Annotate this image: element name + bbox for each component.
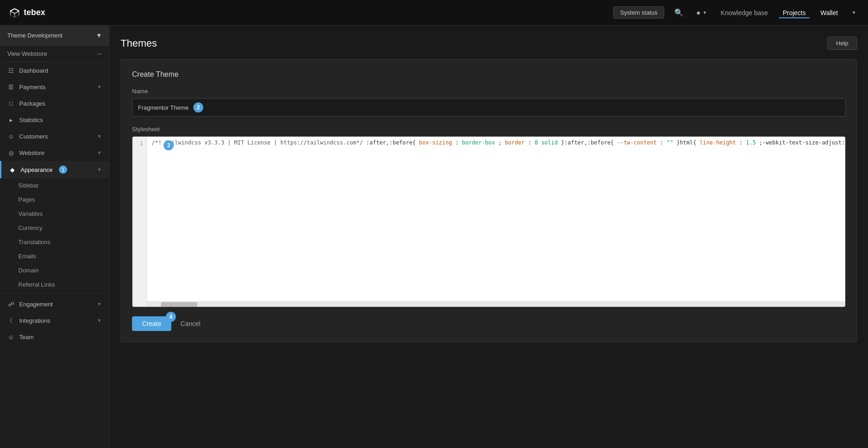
create-theme-card: Create Theme Name Fragmentor Theme 2 Sty… <box>121 59 857 342</box>
logo: tebex <box>9 7 45 18</box>
css-close2: }html{ <box>677 139 696 146</box>
project-selector[interactable]: Theme Development ▼ <box>0 26 109 46</box>
create-step-badge: 4 <box>166 312 176 322</box>
line-number-1: 1 <box>136 139 143 148</box>
sidebar-item-currency[interactable]: Currency <box>0 221 109 235</box>
horizontal-scrollbar[interactable] <box>147 301 846 307</box>
sidebar-item-webstore[interactable]: ◎ Webstore ▼ <box>0 144 109 161</box>
css-value-border: 0 solid <box>535 139 558 146</box>
sidebar: Theme Development ▼ View Webstore → ☷ Da… <box>0 26 110 448</box>
css-comment: /*! tailwindcss v3.3.3 | MIT License | h… <box>152 139 363 146</box>
appearance-icon: ◆ <box>9 166 16 173</box>
sidebar-divider <box>0 293 109 294</box>
integrations-chevron-icon: ▼ <box>97 318 102 323</box>
css-property-lh: line-height <box>700 139 736 146</box>
sidebar-item-appearance[interactable]: ◆ Appearance 1 ▼ <box>0 161 109 178</box>
search-icon: 🔍 <box>674 8 683 17</box>
appearance-chevron-icon: ▼ <box>97 167 102 172</box>
sidebar-item-dashboard[interactable]: ☷ Dashboard <box>0 62 109 79</box>
name-form-group: Name Fragmentor Theme 2 <box>132 88 846 117</box>
css-selector: :after,:before{ <box>366 139 416 146</box>
scrollbar-thumb[interactable] <box>161 302 197 307</box>
dashboard-icon: ☷ <box>7 67 15 74</box>
sidebar-item-customers[interactable]: ☺ Customers ▼ <box>0 128 109 144</box>
sidebar-item-payments[interactable]: ☰ Payments ▼ <box>0 79 109 95</box>
btn-row: Create 4 Cancel <box>132 316 846 331</box>
css-semi2: ;-webkit-text-size-adjust: <box>759 139 845 146</box>
webstore-chevron-icon: ▼ <box>97 150 102 155</box>
engagement-chevron-icon: ▼ <box>97 301 102 307</box>
css-value-lh: 1.5 <box>746 139 756 146</box>
sidebar-item-packages[interactable]: □ Packages <box>0 95 109 112</box>
sidebar-item-domain[interactable]: Domain <box>0 263 109 277</box>
name-field-value: Fragmentor Theme <box>138 104 189 111</box>
name-field-wrapper: Fragmentor Theme 2 <box>132 98 846 117</box>
stylesheet-content-area[interactable]: /*! tailwindcss v3.3.3 | MIT License | h… <box>147 137 846 301</box>
css-value-tw: "" <box>667 139 673 146</box>
wallet-link[interactable]: Wallet <box>817 7 842 18</box>
sidebar-item-emails[interactable]: Emails <box>0 249 109 263</box>
sidebar-item-sidebar[interactable]: Sidebar <box>0 178 109 192</box>
sidebar-item-referral-links[interactable]: Referral Links <box>0 277 109 292</box>
wallet-chevron-icon: ▼ <box>852 10 856 15</box>
statistics-icon: ▸ <box>7 116 15 123</box>
stylesheet-code-line: /*! tailwindcss v3.3.3 | MIT License | h… <box>152 139 846 146</box>
wallet-dropdown-button[interactable]: ▼ <box>849 8 859 17</box>
sidebar-item-variables[interactable]: Variables <box>0 207 109 221</box>
page-title: Themes <box>121 37 157 49</box>
css-property-boxsizing: box-sizing <box>419 139 452 146</box>
sidebar-item-team[interactable]: ☺ Team <box>0 329 109 345</box>
stylesheet-step-badge: 3 <box>164 140 174 150</box>
create-btn-wrapper: Create 4 <box>132 316 171 331</box>
appearance-badge: 1 <box>59 165 67 174</box>
integrations-icon: 〈 <box>7 317 15 324</box>
tebex-logo-icon <box>9 7 20 18</box>
css-colon4: : <box>739 139 742 146</box>
stylesheet-label: Stylesheet <box>132 126 846 133</box>
stylesheet-step-badge-wrapper: 3 <box>164 140 174 150</box>
team-icon: ☺ <box>7 333 15 341</box>
css-colon3: : <box>660 139 663 146</box>
sidebar-item-engagement[interactable]: ☍ Engagement ▼ <box>0 296 109 312</box>
sidebar-item-statistics[interactable]: ▸ Statistics <box>0 112 109 128</box>
engagement-icon: ☍ <box>7 300 15 308</box>
help-dropdown-button[interactable]: ● ▼ <box>693 7 710 19</box>
webstore-icon: ◎ <box>7 149 15 156</box>
help-chevron-icon: ▼ <box>703 10 707 15</box>
customers-chevron-icon: ▼ <box>97 133 102 139</box>
stylesheet-form-group: Stylesheet 1 /*! tailwindcss v3.3.3 | MI… <box>132 126 846 307</box>
knowledge-base-link[interactable]: Knowledge base <box>717 7 772 18</box>
css-semi: ; <box>498 139 502 146</box>
css-colon: : <box>455 139 459 146</box>
line-numbers: 1 <box>132 137 147 307</box>
sidebar-item-pages[interactable]: Pages <box>0 192 109 207</box>
projects-link[interactable]: Projects <box>779 7 810 18</box>
code-editor-inner: 1 /*! tailwindcss v3.3.3 | MIT License |… <box>132 137 845 307</box>
packages-icon: □ <box>7 100 15 107</box>
code-editor[interactable]: 1 /*! tailwindcss v3.3.3 | MIT License |… <box>132 136 846 307</box>
help-button[interactable]: Help <box>827 37 857 50</box>
cancel-button[interactable]: Cancel <box>176 316 205 331</box>
css-value-borderbox: border-box <box>462 139 495 146</box>
view-webstore-arrow-icon: → <box>96 50 102 57</box>
create-button[interactable]: Create <box>132 316 171 331</box>
name-step-badge: 2 <box>193 102 203 112</box>
search-button[interactable]: 🔍 <box>672 6 686 19</box>
css-close1: }:after,:before{ <box>561 139 614 146</box>
project-selector-chevron-icon: ▼ <box>96 32 102 39</box>
content-area: Themes Help Create Theme Name Fragmentor… <box>110 26 868 448</box>
sidebar-item-integrations[interactable]: 〈 Integrations ▼ <box>0 312 109 329</box>
help-icon: ● <box>696 9 701 17</box>
name-label: Name <box>132 88 846 95</box>
main-layout: Theme Development ▼ View Webstore → ☷ Da… <box>0 26 868 448</box>
css-colon2: : <box>528 139 531 146</box>
css-property-border: border <box>505 139 524 146</box>
system-status-button[interactable]: System status <box>613 6 664 19</box>
card-title: Create Theme <box>132 70 846 79</box>
sidebar-item-translations[interactable]: Translations <box>0 235 109 249</box>
page-header: Themes Help <box>121 37 857 50</box>
topnav: tebex System status 🔍 ● ▼ Knowledge base… <box>0 0 868 26</box>
payments-icon: ☰ <box>7 83 15 91</box>
view-webstore-link[interactable]: View Webstore → <box>0 46 109 62</box>
css-property-tw: --tw-content <box>617 139 657 146</box>
